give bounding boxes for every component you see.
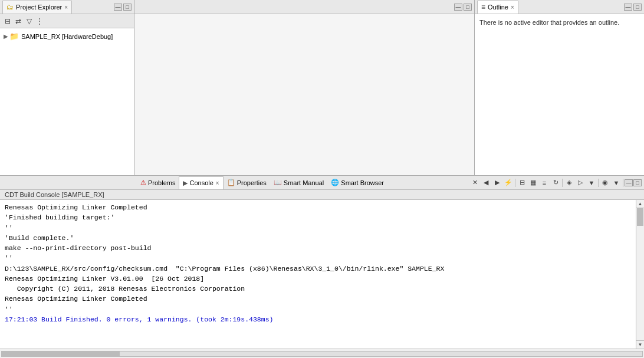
tree-item-sample-rx[interactable]: ▶ 📁 SAMPLE_RX [HardwareDebug] bbox=[2, 31, 132, 42]
outline-window-controls: — □ bbox=[624, 4, 642, 11]
console-line: Renesas Optimizing Linker V3.01.00 [26 O… bbox=[5, 274, 631, 284]
project-explorer-close[interactable]: × bbox=[64, 4, 68, 11]
outline-close[interactable]: × bbox=[511, 4, 514, 11]
vscroll-down[interactable]: ▼ bbox=[636, 340, 644, 349]
editor-maximize[interactable]: □ bbox=[464, 4, 472, 11]
tab-smart-browser[interactable]: 🌐 Smart Browser bbox=[327, 176, 387, 189]
console-line: '' bbox=[5, 223, 631, 233]
outline-tab-actions: — □ bbox=[622, 4, 642, 11]
editor-content bbox=[134, 14, 474, 175]
tab-problems[interactable]: ⚠ Problems bbox=[137, 176, 179, 189]
console-line: 17:21:03 Build Finished. 0 errors, 1 war… bbox=[5, 314, 631, 324]
console-minimize-btn[interactable]: — bbox=[625, 179, 633, 186]
outline-label: Outline bbox=[488, 4, 508, 11]
outline-tab[interactable]: ≡ Outline × bbox=[477, 1, 518, 14]
outline-message: There is no active editor that provides … bbox=[479, 19, 619, 26]
console-line: Renesas Optimizing Linker Completed bbox=[5, 294, 631, 304]
outline-content: There is no active editor that provides … bbox=[475, 14, 644, 175]
nav-forward-btn[interactable]: ▶ bbox=[492, 178, 502, 188]
console-line: '' bbox=[5, 253, 631, 263]
filter-btn[interactable]: ▽ bbox=[24, 16, 34, 27]
project-explorer-tab-bar: 🗂 Project Explorer × — □ bbox=[0, 0, 134, 14]
console-btn-11[interactable]: ▼ bbox=[586, 178, 597, 188]
console-tab-bar: ⚠ Problems ▶ Console × 📋 Properties 📖 Sm… bbox=[0, 176, 644, 190]
project-explorer-label: Project Explorer bbox=[16, 4, 62, 11]
console-line: Renesas Optimizing Linker Completed bbox=[5, 202, 631, 212]
console-line: 'Finished building target:' bbox=[5, 212, 631, 222]
project-explorer-window-controls: — □ bbox=[114, 4, 132, 11]
smart-browser-icon: 🌐 bbox=[331, 179, 339, 186]
console-hscroll[interactable] bbox=[0, 349, 644, 358]
properties-label: Properties bbox=[237, 179, 267, 186]
project-explorer-content[interactable]: ▶ 📁 SAMPLE_RX [HardwareDebug] bbox=[0, 28, 134, 175]
outline-tab-bar: ≡ Outline × — □ bbox=[475, 0, 644, 14]
toolbar-divider-4 bbox=[623, 179, 623, 187]
smart-manual-label: Smart Manual bbox=[284, 179, 324, 186]
view-menu-btn[interactable]: ⋮ bbox=[34, 16, 45, 27]
console-line: 'Build complete.' bbox=[5, 233, 631, 243]
toolbar-divider-3 bbox=[598, 179, 599, 187]
console-line: D:\123\SAMPLE_RX/src/config/checksum.cmd… bbox=[5, 264, 631, 274]
top-area: 🗂 Project Explorer × — □ ⊟ ⇄ ▽ ⋮ ▶ 📁 SAM… bbox=[0, 0, 644, 175]
vscroll-thumb[interactable] bbox=[637, 208, 643, 226]
tab-properties[interactable]: 📋 Properties bbox=[224, 176, 270, 189]
vscroll-track[interactable] bbox=[636, 208, 644, 340]
close-console-btn[interactable]: ✕ bbox=[469, 178, 480, 188]
tree-item-label: SAMPLE_RX [HardwareDebug] bbox=[21, 33, 113, 40]
link-editor-btn[interactable]: ⇄ bbox=[13, 16, 24, 27]
console-toolbar: ✕ ◀ ▶ ⚡ ⊟ ▦ ≡ ↻ ◈ ▷ ▼ ◉ ▼ — □ bbox=[467, 178, 644, 188]
properties-icon: 📋 bbox=[227, 179, 235, 186]
outline-maximize[interactable]: □ bbox=[633, 4, 642, 11]
project-explorer-toolbar: ⊟ ⇄ ▽ ⋮ bbox=[0, 14, 134, 28]
toolbar-divider-1 bbox=[515, 179, 515, 187]
console-label: Console bbox=[189, 179, 213, 186]
console-header: CDT Build Console [SAMPLE_RX] bbox=[0, 190, 644, 200]
console-btn-8[interactable]: ↻ bbox=[550, 178, 561, 188]
console-btn-9[interactable]: ◈ bbox=[564, 178, 574, 188]
outline-icon: ≡ bbox=[481, 3, 485, 11]
console-btn-5[interactable]: ⊟ bbox=[517, 178, 527, 188]
console-icon: ▶ bbox=[183, 179, 188, 187]
project-explorer-maximize[interactable]: □ bbox=[123, 4, 132, 11]
smart-manual-icon: 📖 bbox=[274, 179, 282, 186]
hscroll-track[interactable] bbox=[1, 351, 643, 357]
right-panel: ≡ Outline × — □ There is no active edito… bbox=[475, 0, 644, 175]
console-btn-7[interactable]: ≡ bbox=[539, 178, 550, 188]
editor-tab-bar: — □ bbox=[134, 0, 474, 14]
toolbar-divider-2 bbox=[562, 179, 563, 187]
nav-back-btn[interactable]: ◀ bbox=[481, 178, 491, 188]
console-btn-12[interactable]: ◉ bbox=[600, 178, 610, 188]
console-output[interactable]: Renesas Optimizing Linker Completed'Fini… bbox=[0, 200, 636, 349]
project-explorer-icon: 🗂 bbox=[6, 3, 14, 11]
project-explorer-tab[interactable]: 🗂 Project Explorer × bbox=[2, 1, 72, 14]
tab-console[interactable]: ▶ Console × bbox=[179, 176, 223, 189]
bottom-panel: ⚠ Problems ▶ Console × 📋 Properties 📖 Sm… bbox=[0, 175, 644, 358]
console-header-text: CDT Build Console [SAMPLE_RX] bbox=[5, 191, 104, 198]
problems-label: Problems bbox=[148, 179, 175, 186]
hscroll-thumb[interactable] bbox=[2, 352, 120, 356]
console-line: make --no-print-directory post-build bbox=[5, 243, 631, 253]
console-maximize-btn[interactable]: □ bbox=[633, 179, 642, 186]
tab-smart-manual[interactable]: 📖 Smart Manual bbox=[270, 176, 327, 189]
console-close-btn[interactable]: × bbox=[216, 180, 219, 186]
console-line: Copyright (C) 2011, 2018 Renesas Electro… bbox=[5, 284, 631, 294]
middle-panel: — □ bbox=[134, 0, 475, 175]
editor-minimize[interactable]: — bbox=[454, 4, 462, 11]
console-btn-10[interactable]: ▷ bbox=[575, 178, 586, 188]
console-btn-4[interactable]: ⚡ bbox=[503, 178, 514, 188]
smart-browser-label: Smart Browser bbox=[341, 179, 384, 186]
vscroll-up[interactable]: ▲ bbox=[636, 200, 644, 208]
left-panel: 🗂 Project Explorer × — □ ⊟ ⇄ ▽ ⋮ ▶ 📁 SAM… bbox=[0, 0, 134, 175]
console-btn-13[interactable]: ▼ bbox=[611, 178, 622, 188]
console-btn-6[interactable]: ▦ bbox=[528, 178, 538, 188]
console-body-area: Renesas Optimizing Linker Completed'Fini… bbox=[0, 200, 644, 349]
problems-icon: ⚠ bbox=[140, 179, 146, 186]
tree-item-icon: 📁 bbox=[9, 32, 19, 41]
project-explorer-minimize[interactable]: — bbox=[114, 4, 122, 11]
outline-minimize[interactable]: — bbox=[624, 4, 632, 11]
tree-expand-icon: ▶ bbox=[4, 33, 8, 40]
collapse-all-btn[interactable]: ⊟ bbox=[2, 16, 13, 27]
console-line: '' bbox=[5, 304, 631, 314]
editor-window-controls: — □ bbox=[454, 4, 472, 11]
console-vscroll[interactable]: ▲ ▼ bbox=[636, 200, 644, 349]
